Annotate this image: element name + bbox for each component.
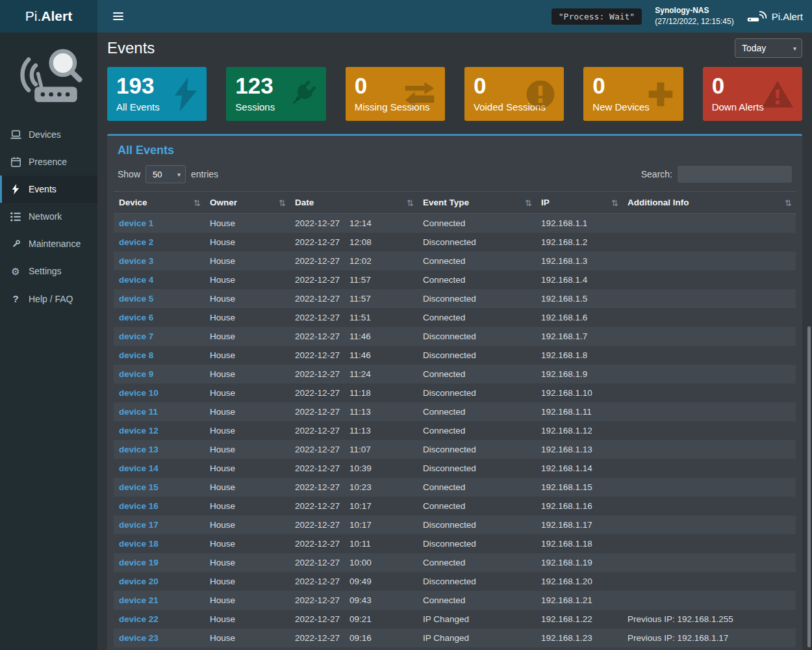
pialert-link[interactable]: Pi.Alert: [747, 8, 803, 24]
brand-alert: Alert: [41, 8, 72, 24]
date-cell: 2022-12-2709:49: [290, 572, 418, 591]
date-cell: 2022-12-2710:17: [290, 515, 418, 534]
device-link[interactable]: device 10: [119, 388, 159, 398]
period-select[interactable]: Today ▾: [735, 38, 802, 58]
device-cell: device 5: [114, 289, 205, 308]
column-label: Date: [295, 198, 314, 207]
owner-cell: House: [205, 515, 290, 534]
date-cell: 2022-12-2710:11: [290, 534, 418, 553]
device-link[interactable]: device 17: [119, 520, 159, 530]
device-link[interactable]: device 19: [119, 558, 159, 567]
app-logo[interactable]: Pi.Alert: [0, 0, 97, 32]
column-header-event-type[interactable]: Event Type⇅: [418, 192, 536, 214]
time-value: 11:07: [349, 445, 371, 454]
column-header-owner[interactable]: Owner⇅: [205, 192, 290, 214]
event-type-cell: Connected: [418, 421, 536, 440]
sidebar-item-help-faq[interactable]: ?Help / FAQ: [0, 285, 97, 313]
device-link[interactable]: device 15: [119, 482, 159, 492]
device-link[interactable]: device 23: [119, 633, 159, 643]
device-link[interactable]: device 8: [119, 350, 153, 360]
date-cell: 2022-12-2709:43: [290, 591, 418, 610]
device-cell: device 13: [114, 440, 205, 459]
card-sessions[interactable]: 123Sessions: [226, 67, 325, 121]
device-link[interactable]: device 4: [119, 275, 153, 285]
additional-info-cell: [622, 572, 796, 591]
owner-cell: House: [205, 572, 290, 591]
device-link[interactable]: device 1: [119, 218, 153, 228]
date-cell: 2022-12-2710:23: [290, 478, 418, 497]
event-type-cell: Connected: [418, 497, 536, 515]
column-header-date[interactable]: Date⇅: [290, 192, 418, 214]
topbar: Pi.Alert "Process: Wait" Synology-NAS (2…: [0, 0, 812, 32]
sidebar-item-maintenance[interactable]: Maintenance: [0, 230, 97, 257]
event-row: device 12House2022-12-2711:13Connected19…: [114, 421, 796, 440]
scrollbar-thumb[interactable]: [807, 326, 811, 647]
ip-cell: 192.168.1.19: [536, 553, 622, 572]
time-value: 11:13: [349, 407, 371, 417]
ip-cell: 192.168.1.17: [536, 515, 622, 534]
time-value: 12:14: [349, 218, 372, 228]
column-header-additional-info[interactable]: Additional Info⇅: [622, 192, 796, 214]
event-row: device 24House2022-12-2709:04Connected19…: [114, 647, 796, 650]
column-header-ip[interactable]: IP⇅: [536, 192, 622, 214]
card-down-alerts[interactable]: 0Down Alerts: [703, 67, 802, 121]
ip-cell: 192.168.1.24: [536, 647, 622, 650]
device-link[interactable]: device 22: [119, 614, 159, 624]
device-link[interactable]: device 5: [119, 294, 153, 304]
time-value: 10:17: [349, 520, 372, 530]
device-link[interactable]: device 7: [119, 332, 153, 341]
sidebar-item-settings[interactable]: ⚙Settings: [0, 257, 97, 285]
column-header-device[interactable]: Device⇅: [114, 192, 205, 214]
scanner-icon: [747, 8, 767, 24]
event-type-cell: Disconnected: [418, 384, 536, 402]
nas-name: Synology-NAS: [655, 5, 733, 16]
menu-toggle-icon[interactable]: [108, 7, 129, 25]
owner-cell: House: [205, 497, 290, 515]
card-missing-sessions[interactable]: 0Missing Sessions: [346, 67, 445, 121]
owner-cell: House: [205, 384, 290, 402]
ip-cell: 192.168.1.4: [536, 270, 622, 289]
page-title: Events: [107, 39, 155, 57]
date-cell: 2022-12-2711:13: [290, 421, 418, 440]
device-link[interactable]: device 13: [119, 445, 159, 454]
device-link[interactable]: device 6: [119, 313, 153, 322]
page-size-select[interactable]: 50 ▾: [146, 165, 186, 183]
card-new-devices[interactable]: 0New Devices: [583, 67, 683, 121]
device-link[interactable]: device 14: [119, 463, 159, 473]
card-voided-sessions[interactable]: 0Voided Sessions: [464, 67, 564, 121]
device-link[interactable]: device 2: [119, 237, 153, 247]
device-link[interactable]: device 12: [119, 426, 159, 436]
sidebar-item-devices[interactable]: Devices: [0, 121, 97, 148]
card-all-events[interactable]: 193All Events: [107, 67, 207, 121]
device-cell: device 1: [114, 214, 205, 233]
column-label: IP: [541, 198, 550, 207]
ip-cell: 192.168.1.1: [536, 214, 622, 233]
event-row: device 10House2022-12-2711:18Disconnecte…: [114, 384, 796, 402]
ip-cell: 192.168.1.3: [536, 252, 622, 270]
event-type-cell: Disconnected: [418, 534, 536, 553]
sidebar-item-presence[interactable]: Presence: [0, 148, 97, 176]
device-link[interactable]: device 18: [119, 539, 159, 549]
device-cell: device 14: [114, 459, 205, 478]
device-cell: device 17: [114, 515, 205, 534]
date-value: 2022-12-27: [295, 463, 340, 473]
time-value: 10:39: [349, 463, 372, 473]
device-link[interactable]: device 9: [119, 369, 153, 379]
device-cell: device 15: [114, 478, 205, 497]
event-row: device 7House2022-12-2711:46Disconnected…: [114, 327, 796, 346]
ip-cell: 192.168.1.5: [536, 289, 622, 308]
device-link[interactable]: device 21: [119, 595, 159, 605]
nas-info: Synology-NAS (27/12/2022, 12:15:45): [655, 5, 733, 28]
time-value: 11:51: [349, 313, 371, 322]
sidebar-item-label: Maintenance: [29, 239, 81, 249]
device-link[interactable]: device 16: [119, 501, 159, 511]
additional-info-cell: [622, 365, 796, 384]
sidebar-item-network[interactable]: Network: [0, 203, 97, 230]
search-input[interactable]: [678, 166, 792, 183]
sort-icon: ⇅: [785, 198, 792, 207]
sidebar-item-events[interactable]: Events: [0, 176, 97, 203]
device-link[interactable]: device 3: [119, 256, 153, 266]
device-link[interactable]: device 20: [119, 577, 159, 586]
device-link[interactable]: device 11: [119, 407, 158, 417]
calendar-icon: [10, 157, 21, 167]
